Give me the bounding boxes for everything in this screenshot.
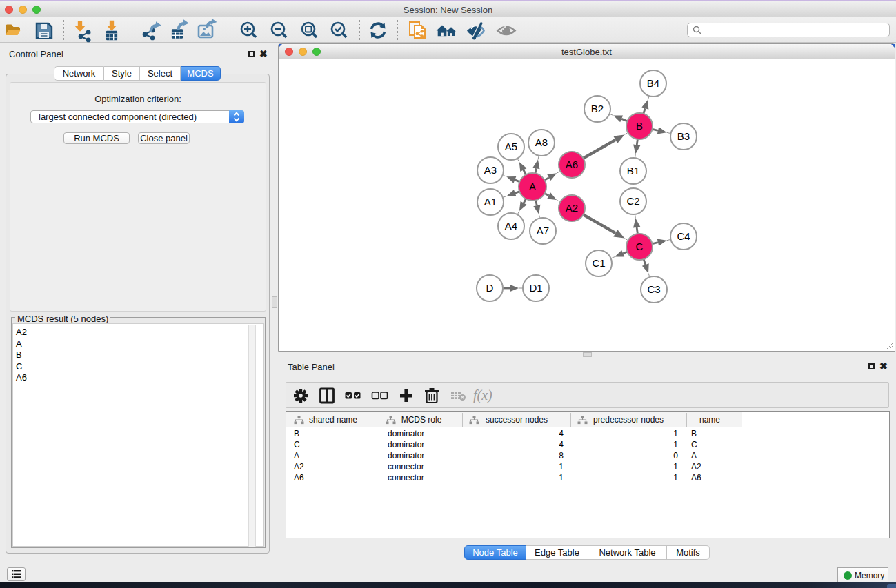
svg-text:D1: D1 (529, 282, 542, 294)
svg-text:A2: A2 (566, 202, 578, 214)
svg-text:A8: A8 (535, 136, 548, 148)
svg-text:B: B (636, 120, 643, 132)
svg-text:B4: B4 (647, 77, 659, 89)
svg-text:B3: B3 (677, 130, 690, 142)
svg-text:C1: C1 (592, 257, 605, 269)
svg-text:A5: A5 (505, 141, 517, 152)
svg-text:A6: A6 (566, 159, 578, 170)
svg-text:C: C (636, 241, 644, 252)
svg-text:C4: C4 (677, 230, 690, 242)
svg-text:B1: B1 (627, 165, 639, 176)
svg-text:A3: A3 (484, 164, 497, 176)
svg-text:C3: C3 (647, 283, 660, 295)
svg-text:A4: A4 (505, 220, 517, 232)
svg-text:A: A (529, 181, 536, 192)
svg-text:A7: A7 (537, 225, 549, 236)
svg-text:A1: A1 (484, 196, 497, 207)
svg-text:B2: B2 (591, 103, 604, 114)
svg-text:D: D (486, 282, 494, 294)
svg-text:C2: C2 (626, 195, 639, 207)
